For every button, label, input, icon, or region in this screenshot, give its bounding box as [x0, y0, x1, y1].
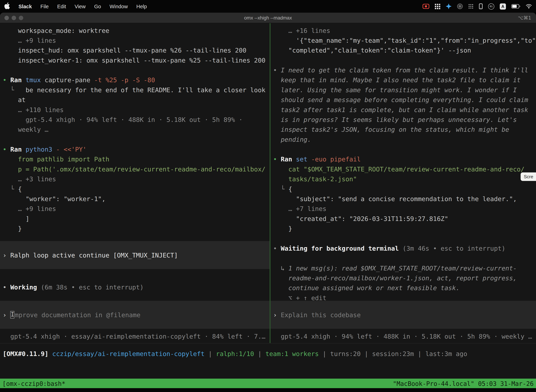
inject-banner-text: Ralph loop active continue [OMX_TMUX_INJ…: [10, 252, 178, 259]
text-segment: }: [273, 225, 292, 232]
grid-icon[interactable]: [435, 4, 440, 9]
model-status-right: gpt-5.4 xhigh · 94% left · 488K in · 5.1…: [273, 331, 536, 341]
wifi-icon[interactable]: [526, 4, 532, 9]
text-segment: keep that in mind. Maybe I also need the…: [273, 76, 521, 84]
text-segment: weekly …: [3, 126, 48, 133]
menu-help[interactable]: Help: [136, 3, 147, 9]
menu-edit[interactable]: Edit: [57, 3, 66, 9]
battery-icon[interactable]: [511, 4, 520, 9]
text-segment: Ran: [281, 156, 296, 163]
text-segment: gpt-5.4 xhigh · 94% left · 488K in · 5.1…: [3, 116, 243, 123]
terminal-line: └ {: [273, 184, 536, 194]
text-segment: ralph:1/10: [216, 350, 254, 357]
text-segment: (6m 38s • esc to interrupt): [41, 284, 144, 291]
text-segment: •: [273, 156, 281, 163]
left-pane[interactable]: workspace_mode: worktree … +9 lines insp…: [0, 23, 270, 343]
terminal-line: }: [273, 224, 536, 233]
terminal-line: [273, 55, 536, 65]
terminal-line: pending.: [273, 135, 536, 144]
terminal-line: from pathlib import Path: [3, 154, 270, 164]
app-menu-slack[interactable]: Slack: [19, 3, 32, 9]
text-segment: Ran: [10, 146, 26, 153]
menu-go[interactable]: Go: [94, 3, 101, 9]
dark-app-icon[interactable]: [457, 3, 463, 9]
desktop: Slack File Edit View Go Window Help: [0, 0, 536, 392]
terminal-line: … +16 lines: [273, 26, 536, 36]
close-button[interactable]: [5, 16, 9, 20]
device-icon[interactable]: [479, 3, 483, 9]
terminal-line: gpt-5.4 xhigh · 94% left · 488K in · 5.1…: [3, 115, 270, 125]
text-segment: Waiting for background terminal: [281, 245, 402, 252]
tmux-host-clock-label: "MacBook-Pro-44.local" 05:03 31-Mar-26: [393, 380, 534, 387]
terminal-line: cat "$OMX_TEAM_STATE_ROOT/team/review-cu…: [273, 164, 536, 174]
text-segment: … +9 lines: [3, 37, 56, 44]
menu-view[interactable]: View: [75, 3, 86, 9]
text-segment: ↳ 1 new msg(s): read $OMX_TEAM_STATE_ROO…: [273, 265, 517, 272]
terminal-panes: workspace_mode: worktree … +9 lines insp…: [0, 23, 536, 343]
terminal-window: omx --xhigh --madmax ⌥⌘1 workspace_mode:…: [0, 13, 536, 392]
text-segment: ]: [3, 215, 29, 222]
text-segment: '{"team_name":"my-team","task_id":"1","f…: [273, 37, 536, 44]
terminal-line: • Ran python3 - <<'PY': [3, 144, 270, 154]
text-segment: … +110 lines: [3, 106, 64, 113]
terminal-line: tasks/task-2.json": [273, 174, 536, 184]
omx-status-footer: [OMX#0.11.9] cczip/essay/ai-reimplementa…: [3, 349, 536, 359]
text-segment: •: [3, 146, 10, 153]
window-title: omx --xhigh --madmax: [0, 13, 536, 23]
text-segment: set: [296, 156, 311, 163]
terminal-line: task2 after task1 is complete, but can I…: [273, 105, 536, 115]
terminal-line: … +7 lines: [273, 204, 536, 214]
text-segment: pending.: [273, 136, 311, 143]
zoom-button[interactable]: [19, 16, 23, 20]
terminal-line: • Waiting for background terminal (3m 46…: [273, 243, 536, 253]
text-segment: -euo pipefail: [311, 156, 361, 163]
window-bottom-strip: [0, 388, 536, 392]
prompt-chevron: ›: [273, 311, 281, 318]
text-segment: … +9 lines: [3, 205, 56, 212]
text-segment: └: [273, 186, 288, 193]
terminal-line: readme-and-reco/mailbox/worker-1.json, a…: [273, 273, 536, 283]
composer-input-left[interactable]: › Improve documentation in @filename: [0, 301, 270, 329]
terminal-line: … +3 lines: [3, 174, 270, 184]
text-segment: continue assigned work or next feasible …: [273, 284, 460, 292]
terminal-line: "created_at": "2026-03-31T11:59:27.816Z": [273, 214, 536, 224]
text-segment: [OMX#0.11.9]: [3, 350, 52, 357]
text-segment: task2 after task1 is complete, but can I…: [273, 106, 528, 113]
window-titlebar[interactable]: omx --xhigh --madmax ⌥⌘1: [0, 13, 536, 23]
terminal-line: continue assigned work or next feasible …: [273, 283, 536, 293]
text-segment: - <<'PY': [56, 146, 86, 153]
terminal-line: "completed","claim_token":"claim-token"}…: [273, 46, 536, 55]
apple-menu-icon[interactable]: [4, 2, 10, 10]
terminal-line: inspect task2's JSON, focusing on the st…: [273, 125, 536, 135]
screen-recording-indicator-icon[interactable]: [423, 4, 429, 9]
text-segment: └: [3, 186, 18, 193]
terminal-line: "subject": "send a concise recommendatio…: [273, 194, 536, 204]
menu-bar-left: Slack File Edit View Go Window Help: [4, 2, 147, 10]
menu-bar: Slack File Edit View Go Window Help: [0, 0, 536, 13]
text-segment: "worker": "worker-1",: [3, 195, 106, 202]
blue-app-icon[interactable]: [446, 3, 452, 9]
menu-file[interactable]: File: [40, 3, 49, 9]
text-segment: … +3 lines: [3, 175, 56, 183]
terminal-line: weekly …: [3, 125, 270, 135]
terminal-line: keep that in mind. Maybe I also need the…: [273, 75, 536, 85]
composer-placeholder: Explain this codebase: [281, 311, 361, 318]
terminal-line: [3, 135, 270, 144]
dots-grid-icon[interactable]: [468, 4, 474, 9]
terminal-line: is in progress? It seems likely but perh…: [273, 115, 536, 125]
minimize-button[interactable]: [12, 16, 16, 20]
terminal-line: … +9 lines: [3, 204, 270, 214]
battery-percent-icon[interactable]: 61: [488, 3, 494, 9]
model-status-left: gpt-5.4 xhigh · essay/ai-reimplementatio…: [3, 331, 270, 341]
composer-input-right[interactable]: › Explain this codebase: [270, 301, 536, 329]
text-segment: tmux: [25, 76, 44, 84]
right-pane[interactable]: … +16 lines '{"team_name":"my-team","tas…: [270, 23, 536, 343]
input-source-icon[interactable]: A: [500, 3, 506, 9]
terminal-line: … +9 lines: [3, 36, 270, 45]
text-segment: inspect task2's JSON, focusing on the st…: [273, 126, 509, 133]
screen: Slack File Edit View Go Window Help: [0, 0, 536, 392]
text-segment: readme-and-reco/mailbox/worker-1.json, a…: [273, 275, 517, 282]
text-segment: … +7 lines: [273, 205, 326, 212]
composer-placeholder: mprove documentation in @filename: [15, 311, 140, 318]
menu-window[interactable]: Window: [110, 3, 128, 9]
